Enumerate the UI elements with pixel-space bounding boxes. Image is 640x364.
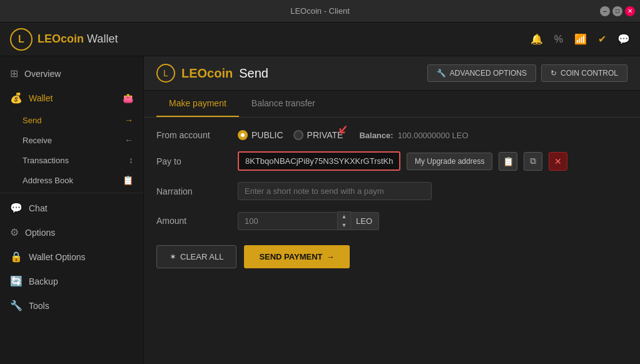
amount-row: Amount ▲ ▼ LEO BTC USD: [156, 211, 627, 230]
sidebar-item-wallet-options[interactable]: 🔒 Wallet Options: [0, 245, 143, 269]
from-account-label: From account: [156, 130, 238, 140]
sidebar-item-address-book[interactable]: Address Book 📋: [0, 170, 143, 190]
close-button[interactable]: ✕: [625, 6, 635, 16]
public-label: PUBLIC: [251, 130, 283, 140]
content-header: L LEOcoin Send 🔧 ADVANCED OPTIONS ↻ COIN…: [144, 56, 640, 91]
divider-1: [0, 193, 143, 193]
sidebar-item-backup[interactable]: 🔄 Backup: [0, 269, 143, 293]
pay-to-controls: My Upgrade address 📋 ⧉ ✕: [238, 151, 627, 171]
logo-icon: L: [10, 28, 33, 51]
chat-icon[interactable]: 💬: [617, 33, 630, 45]
address-book-button[interactable]: 📋: [499, 152, 517, 171]
check-icon[interactable]: ✔: [598, 33, 606, 45]
sidebar-item-wallet[interactable]: 💰 Wallet 👛: [0, 86, 143, 110]
tab-make-payment[interactable]: Make payment: [156, 91, 239, 117]
public-radio-circle[interactable]: [238, 130, 248, 140]
window-title: LEOcoin - Client: [290, 6, 350, 16]
advanced-options-button[interactable]: 🔧 ADVANCED OPTIONS: [427, 64, 536, 82]
amount-controls: ▲ ▼ LEO BTC USD: [238, 211, 627, 230]
sidebar-item-tools[interactable]: 🔧 Tools: [0, 293, 143, 318]
sidebar-item-send[interactable]: Send →: [0, 110, 143, 130]
amount-decrease-button[interactable]: ▼: [338, 221, 350, 230]
sidebar-item-chat[interactable]: 💬 Chat: [0, 196, 143, 220]
logo-area: L LEOcoin Wallet: [10, 28, 118, 51]
logo-text: LEOcoin Wallet: [38, 33, 118, 46]
logo-coin: coin: [61, 33, 84, 45]
wallet-expand-icon: 👛: [123, 93, 133, 103]
private-radio[interactable]: PRIVATE: [293, 130, 343, 140]
from-account-controls: PUBLIC PRIVATE Balance: 100.00000000 LEO: [238, 130, 627, 140]
currency-select[interactable]: LEO BTC USD: [351, 212, 379, 230]
send-payment-button[interactable]: SEND PAYMENT →: [244, 245, 349, 268]
pay-to-label: Pay to: [156, 156, 238, 166]
send-arrow-icon: →: [327, 252, 335, 261]
amount-input-wrap: ▲ ▼ LEO BTC USD: [238, 211, 379, 230]
sidebar-label-chat: Chat: [29, 203, 48, 213]
minimize-button[interactable]: –: [600, 6, 610, 16]
bottom-buttons: ✶ CLEAR ALL SEND PAYMENT →: [156, 245, 627, 268]
private-label: PRIVATE: [307, 130, 343, 140]
title-leocoin: LEOcoin: [181, 66, 233, 81]
balance-display: Balance: 100.00000000 LEO: [359, 131, 468, 140]
options-icon: ⚙: [10, 226, 19, 238]
signal-icon[interactable]: 📶: [574, 33, 587, 45]
clear-all-button[interactable]: ✶ CLEAR ALL: [156, 245, 236, 268]
copy-button[interactable]: ⧉: [524, 152, 542, 171]
tools-icon: 🔧: [10, 300, 23, 311]
sidebar-label-receive: Receive: [23, 136, 52, 145]
form-content: From account PUBLIC PRIVATE Balance:: [144, 118, 640, 281]
percent-icon[interactable]: %: [554, 34, 563, 45]
clear-icon: ✶: [170, 252, 176, 261]
sidebar-item-transactions[interactable]: Transactions ↕: [0, 150, 143, 170]
header-buttons: 🔧 ADVANCED OPTIONS ↻ COIN CONTROL: [427, 64, 627, 82]
sidebar-label-backup: Backup: [29, 276, 58, 286]
my-upgrade-address-button[interactable]: My Upgrade address: [407, 153, 492, 170]
sidebar-item-options[interactable]: ⚙ Options: [0, 220, 143, 245]
sidebar: ⊞ Overview 💰 Wallet 👛 Send → Receive ← T…: [0, 56, 144, 364]
balance-value: 100.00000000 LEO: [398, 131, 469, 140]
balance-label: Balance:: [359, 131, 393, 140]
pay-to-input[interactable]: [238, 151, 400, 171]
window-controls[interactable]: – □ ✕: [600, 6, 635, 16]
sidebar-label-transactions: Transactions: [23, 156, 69, 165]
refresh-icon: ↻: [551, 69, 557, 78]
titlebar: LEOcoin - Client – □ ✕: [0, 0, 640, 23]
sidebar-label-send: Send: [23, 116, 41, 125]
amount-label: Amount: [156, 216, 238, 226]
amount-input[interactable]: [238, 212, 338, 230]
clear-address-button[interactable]: ✕: [549, 152, 567, 171]
maximize-button[interactable]: □: [612, 6, 622, 16]
narration-row: Narration: [156, 182, 627, 200]
tab-balance-transfer[interactable]: Balance transfer: [239, 91, 328, 117]
send-label: SEND PAYMENT: [259, 252, 322, 261]
sidebar-item-receive[interactable]: Receive ←: [0, 130, 143, 150]
logo-leo: LEO: [38, 33, 61, 45]
clear-label: CLEAR ALL: [180, 252, 223, 261]
sidebar-label-address-book: Address Book: [23, 176, 73, 185]
coin-control-button[interactable]: ↻ COIN CONTROL: [541, 64, 627, 82]
narration-label: Narration: [156, 186, 238, 196]
amount-increase-button[interactable]: ▲: [338, 212, 350, 221]
content-area: L LEOcoin Send 🔧 ADVANCED OPTIONS ↻ COIN…: [144, 56, 640, 364]
wallet-options-icon: 🔒: [10, 251, 23, 263]
title-action: Send: [239, 66, 268, 81]
overview-icon: ⊞: [10, 68, 18, 79]
public-radio[interactable]: PUBLIC: [238, 130, 283, 140]
sidebar-label-tools: Tools: [29, 301, 49, 311]
tabs: Make payment Balance transfer: [144, 91, 640, 118]
chat-sidebar-icon: 💬: [10, 202, 23, 214]
transactions-icon: ↕: [129, 155, 133, 165]
notification-icon[interactable]: 🔔: [531, 33, 543, 45]
pay-to-row: Pay to My Upgrade address 📋 ⧉ ✕ ➜: [156, 151, 627, 171]
account-type-radio: PUBLIC PRIVATE: [238, 130, 343, 140]
topbar: L LEOcoin Wallet 🔔 % 📶 ✔ 💬: [0, 23, 640, 56]
narration-input[interactable]: [238, 182, 432, 200]
sidebar-label-options: Options: [25, 228, 55, 238]
leocoin-title-icon: L: [156, 64, 175, 83]
from-account-row: From account PUBLIC PRIVATE Balance:: [156, 130, 627, 140]
topbar-icons: 🔔 % 📶 ✔ 💬: [531, 33, 630, 45]
private-radio-circle[interactable]: [293, 130, 303, 140]
receive-icon: ←: [124, 135, 133, 145]
send-icon: →: [124, 115, 133, 125]
sidebar-item-overview[interactable]: ⊞ Overview: [0, 61, 143, 86]
